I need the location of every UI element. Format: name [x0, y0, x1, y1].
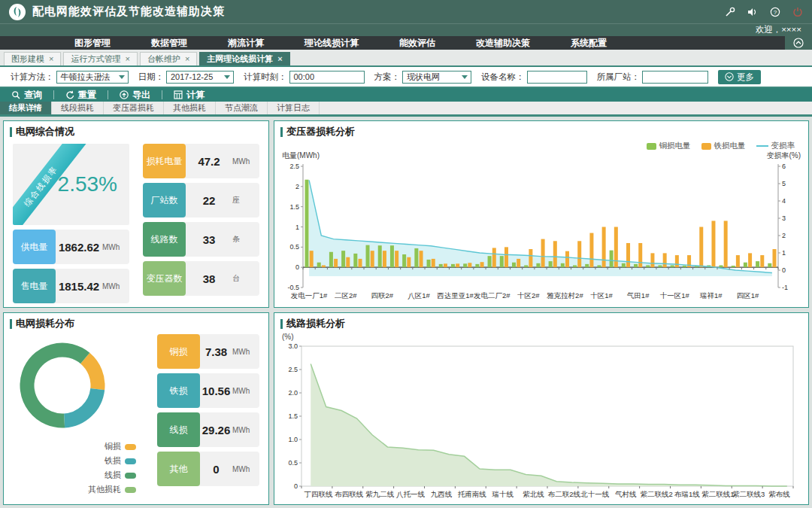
- subtab-变压器损耗[interactable]: 变压器损耗: [104, 102, 164, 114]
- legend-item-铁损电量: 铁损电量: [701, 141, 746, 151]
- collapse-button[interactable]: [785, 36, 812, 50]
- copper-bar: [683, 266, 686, 267]
- plan-label: 方案：: [374, 71, 401, 83]
- panel-title: 变压器损耗分析: [274, 121, 808, 141]
- iron-bar: [517, 259, 520, 267]
- iron-bar: [760, 255, 764, 267]
- svg-text:0.5: 0.5: [288, 459, 298, 467]
- svg-text:四联2#: 四联2#: [371, 291, 394, 300]
- copper-bar: [610, 251, 614, 268]
- stat-value: 38: [186, 272, 232, 285]
- 重置-button[interactable]: 重置: [54, 89, 108, 102]
- svg-text:二区2#: 二区2#: [335, 291, 357, 300]
- more-button[interactable]: 更多: [718, 70, 761, 84]
- nav-item-系统配置[interactable]: 系统配置: [550, 36, 627, 50]
- copper-bar: [488, 256, 492, 267]
- tab-运行方式管理[interactable]: 运行方式管理×: [63, 52, 137, 65]
- copper-bar: [756, 261, 759, 267]
- iron-bar: [346, 257, 350, 267]
- nav-item-理论线损计算[interactable]: 理论线损计算: [284, 36, 379, 50]
- stat-unit: MWh: [232, 426, 259, 434]
- subtab-线段损耗[interactable]: 线段损耗: [52, 102, 104, 114]
- copper-bar: [341, 251, 345, 267]
- svg-text:布二联2线: 布二联2线: [547, 490, 581, 498]
- copper-bar: [305, 180, 309, 267]
- nav-item-潮流计算[interactable]: 潮流计算: [208, 36, 284, 50]
- stat-card-损耗电量: 损耗电量47.2MWh: [143, 144, 259, 178]
- close-icon[interactable]: ×: [277, 53, 282, 65]
- nav-item-能效评估[interactable]: 能效评估: [379, 36, 456, 50]
- iron-bar: [772, 249, 776, 267]
- stat-label: 厂站数: [143, 183, 186, 217]
- close-icon[interactable]: ×: [125, 53, 129, 65]
- search-icon: [11, 90, 20, 99]
- help-icon[interactable]: ?: [770, 7, 780, 17]
- stat-value: 29.26: [200, 424, 232, 437]
- copper-bar: [597, 265, 601, 267]
- subtab-节点潮流[interactable]: 节点潮流: [216, 102, 268, 114]
- iron-bar: [504, 247, 508, 267]
- action-bar: 查询重置导出计算: [0, 88, 812, 102]
- copper-bar: [524, 265, 528, 267]
- header-top: 配电网能效评估及节能改造辅助决策 ?: [0, 0, 812, 24]
- tab-图形建模[interactable]: 图形建模×: [4, 52, 61, 65]
- app-header: 配电网能效评估及节能改造辅助决策 ? 欢迎，××××: [0, 0, 812, 36]
- loss-area: [311, 364, 787, 486]
- svg-text:丁四联线: 丁四联线: [304, 490, 333, 498]
- method-value: 牛顿拉夫逊法: [61, 71, 111, 83]
- close-icon[interactable]: ×: [49, 53, 53, 65]
- stat-value: 10.56: [200, 385, 232, 397]
- legend-label: 其他损耗: [88, 484, 121, 495]
- plan-value: 现状电网: [407, 71, 440, 83]
- iron-bar: [420, 251, 423, 267]
- 计算-button[interactable]: 计算: [162, 89, 216, 102]
- composite-loss-card: 综合线损率 2.53%: [13, 144, 129, 225]
- 导出-button[interactable]: 导出: [108, 89, 162, 102]
- svg-text:2.0: 2.0: [288, 389, 298, 397]
- nav-item-数据管理[interactable]: 数据管理: [131, 36, 208, 50]
- wrench-icon[interactable]: [725, 7, 735, 17]
- stat-label: 铜损: [157, 334, 200, 369]
- iron-bar: [650, 253, 654, 267]
- plan-select[interactable]: 现状电网: [402, 71, 471, 84]
- stat-value: 1815.42: [56, 280, 102, 293]
- subtab-计算日志[interactable]: 计算日志: [268, 102, 320, 114]
- legend-swatch: [125, 458, 136, 464]
- subtab-bar: 结果详情线段损耗变压器损耗其他损耗节点潮流计算日志: [0, 102, 812, 117]
- stat-value: 33: [186, 233, 232, 246]
- svg-text:十一区1#: 十一区1#: [660, 291, 690, 300]
- stat-label: 售电量: [13, 269, 56, 303]
- filter-time: 计算时刻： 00:00: [244, 71, 365, 84]
- main-content: 电网综合情况 综合线损率 2.53% 供电量1862.62MWh售电量1815.…: [0, 117, 812, 508]
- iron-bar: [699, 227, 703, 268]
- welcome-text: 欢迎，××××: [756, 25, 801, 34]
- stat-label: 变压器数: [143, 261, 186, 296]
- station-label: 所属厂站：: [597, 71, 641, 83]
- legend-label: 变损率: [771, 141, 795, 151]
- time-input[interactable]: 00:00: [289, 71, 365, 84]
- tab-主网理论线损计算[interactable]: 主网理论线损计算×: [199, 52, 289, 65]
- power-icon[interactable]: [792, 7, 803, 17]
- reset-icon: [65, 90, 74, 99]
- speaker-icon[interactable]: [747, 7, 758, 17]
- 查询-button[interactable]: 查询: [0, 89, 53, 102]
- tab-台帐维护[interactable]: 台帐维护×: [140, 52, 197, 65]
- method-select[interactable]: 牛顿拉夫逊法: [56, 71, 129, 84]
- copper-bar: [671, 265, 674, 267]
- legend-label: 线损: [105, 470, 121, 481]
- stat-card-铜损: 铜损7.38MWh: [157, 334, 259, 369]
- chevron-down-icon: [462, 75, 468, 79]
- subtab-其他损耗[interactable]: 其他损耗: [164, 102, 216, 114]
- app-title: 配电网能效评估及节能改造辅助决策: [32, 5, 225, 19]
- nav-item-改造辅助决策[interactable]: 改造辅助决策: [456, 36, 550, 50]
- stat-unit: 条: [232, 234, 259, 245]
- device-name-input[interactable]: [527, 71, 587, 84]
- copper-bar: [658, 265, 662, 267]
- subtab-结果详情[interactable]: 结果详情: [0, 102, 52, 114]
- svg-text:八区1#: 八区1#: [408, 291, 430, 300]
- station-input[interactable]: [642, 71, 708, 84]
- close-icon[interactable]: ×: [185, 53, 189, 65]
- nav-item-图形管理[interactable]: 图形管理: [54, 36, 131, 50]
- legend-item-其他损耗: 其他损耗: [88, 484, 136, 495]
- date-select[interactable]: 2017-12-25: [166, 71, 234, 84]
